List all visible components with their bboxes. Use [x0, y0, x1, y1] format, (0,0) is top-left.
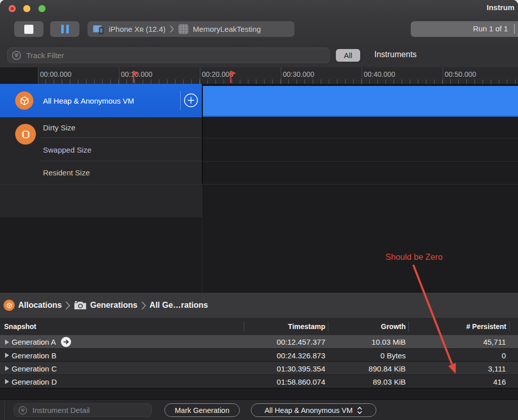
filter-all-button[interactable]: All: [336, 49, 360, 62]
disclosure-triangle-icon[interactable]: [5, 366, 9, 371]
growth-value: 89.03 KiB: [328, 378, 409, 386]
subtrack-label: Dirty Size: [43, 123, 75, 132]
subtrack-dirty-size[interactable]: Dirty Size: [0, 117, 202, 138]
disclosure-triangle-icon[interactable]: [5, 340, 9, 345]
filter-icon: [12, 51, 21, 60]
ruler-label: 00:00.000: [40, 70, 71, 78]
subtrack-label: Swapped Size: [43, 146, 92, 154]
run-selector[interactable]: Run 1 of 1: [411, 21, 518, 37]
subtrack-swapped-size[interactable]: Swapped Size: [0, 138, 202, 161]
camera-icon: [74, 301, 87, 310]
instrument-detail-filter-field[interactable]: [14, 403, 152, 417]
track-header-all-heap[interactable]: All Heap & Anonymous VM: [0, 84, 202, 117]
pause-icon: [61, 25, 64, 33]
app-icon: [178, 24, 189, 34]
growth-value: 890.84 KiB: [328, 364, 409, 373]
detail-spacer: [0, 388, 518, 399]
window-title: Instrum: [487, 3, 514, 12]
generation-flag-icon[interactable]: [230, 70, 237, 83]
close-window-icon[interactable]: [9, 5, 16, 12]
stop-icon: [24, 25, 33, 34]
column-header-snapshot[interactable]: Snapshot: [0, 318, 244, 335]
snapshot-name: Generation B: [12, 351, 56, 360]
breadcrumb: Allocations Generations All Ge…rations: [0, 292, 518, 318]
run-separator: [514, 24, 515, 34]
persistent-value: 416: [409, 378, 509, 386]
annotation-text: Should be Zero: [385, 252, 443, 262]
column-header-timestamp[interactable]: Timestamp: [244, 318, 328, 335]
allocations-icon: [4, 300, 15, 311]
snapshot-name: Generation D: [12, 378, 57, 386]
chevron-right-icon: [169, 25, 174, 33]
heap-scope-dropdown[interactable]: All Heap & Anonymous VM: [251, 403, 376, 417]
instrument-detail-input[interactable]: [31, 405, 147, 415]
filter-instruments-button[interactable]: Instruments: [374, 50, 417, 59]
table-row-generation-a[interactable]: Generation A 00:12.457.377 10.03 MiB 45,…: [0, 335, 518, 349]
add-track-button[interactable]: [184, 93, 198, 108]
track-graph-all-heap: [202, 86, 518, 117]
column-header-persistent[interactable]: # Persistent: [409, 318, 509, 335]
snapshot-name: Generation C: [12, 364, 57, 373]
disclosure-triangle-icon[interactable]: [5, 379, 9, 384]
generations-table: Generation A 00:12.457.377 10.03 MiB 45,…: [0, 335, 518, 388]
column-header-growth[interactable]: Growth: [328, 318, 409, 335]
pause-button[interactable]: [50, 21, 79, 37]
mark-generation-button[interactable]: Mark Generation: [164, 403, 240, 417]
ruler-label: 00:30.000: [283, 70, 314, 78]
breadcrumb-allocations[interactable]: Allocations: [18, 301, 62, 310]
minimize-window-icon[interactable]: [23, 5, 30, 12]
chevron-right-icon: [141, 301, 146, 310]
target-name: MemoryLeakTesting: [193, 25, 261, 33]
track-filter-field[interactable]: [7, 48, 330, 63]
disclosure-triangle-icon[interactable]: [5, 353, 9, 358]
device-icon: [93, 24, 105, 34]
persistent-value: 3,111: [409, 364, 509, 373]
toolbar: iPhone Xʀ (12.4) MemoryLeakTesting Run 1…: [0, 15, 518, 44]
timestamp-value: 01:30.395.354: [244, 364, 328, 373]
generation-flag-icon[interactable]: [133, 70, 140, 83]
track-filter-bar: All Instruments: [0, 44, 518, 67]
stepper-chevrons-icon: [357, 406, 363, 414]
device-name: iPhone Xʀ (12.4): [109, 25, 165, 33]
table-row-generation-d[interactable]: Generation D 01:58.860.074 89.03 KiB 416: [0, 375, 518, 388]
panel-divider: [202, 184, 202, 292]
track-label: All Heap & Anonymous VM: [43, 97, 134, 105]
track-filter-input[interactable]: [25, 51, 325, 60]
filter-icon: [18, 406, 27, 415]
zoom-window-icon[interactable]: [38, 5, 46, 12]
breadcrumb-generations[interactable]: Generations: [90, 301, 137, 310]
title-bar: Instrum: [0, 0, 518, 15]
focus-arrow-icon[interactable]: [61, 337, 71, 347]
detail-toolbar: Mark Generation All Heap & Anonymous VM: [0, 399, 518, 420]
timeline-ruler[interactable]: 00:00.000 00:10.000 00:20.000 00:30.000 …: [0, 67, 518, 84]
table-header: Snapshot Timestamp Growth # Persistent: [0, 318, 518, 335]
allocations-icon: [15, 91, 33, 110]
track-panel: All Heap & Anonymous VM Dirty Size Swapp…: [0, 84, 518, 292]
ruler-ticks: [38, 79, 518, 84]
instruments-window: Instrum iPhone Xʀ (12.4) Me: [0, 0, 518, 420]
persistent-value: 45,711: [409, 338, 509, 346]
memory-subtracks: Dirty Size Swapped Size Resident Size: [0, 117, 202, 217]
growth-value: 10.03 MiB: [328, 338, 409, 346]
growth-value: 0 Bytes: [328, 351, 409, 360]
persistent-value: 0: [409, 351, 509, 360]
subtrack-label: Resident Size: [43, 168, 90, 177]
track-lane-all-heap[interactable]: [202, 84, 518, 117]
ruler-label: 00:40.000: [364, 70, 395, 78]
timestamp-value: 00:24.326.873: [244, 351, 328, 360]
subtrack-resident-size[interactable]: Resident Size: [0, 161, 202, 184]
panel-divider: [202, 84, 203, 184]
ruler-label: 00:20.000: [202, 70, 233, 78]
ruler-corner: [0, 67, 38, 84]
target-selector[interactable]: iPhone Xʀ (12.4) MemoryLeakTesting: [88, 21, 294, 37]
table-row-generation-b[interactable]: Generation B 00:24.326.873 0 Bytes 0: [0, 349, 518, 362]
run-label: Run 1 of 1: [473, 24, 508, 33]
breadcrumb-all-generations[interactable]: All Ge…rations: [150, 301, 208, 310]
stop-button[interactable]: [14, 21, 44, 37]
timestamp-value: 01:58.860.074: [244, 378, 328, 386]
ruler-label: 00:50.000: [445, 70, 476, 78]
table-row-generation-c[interactable]: Generation C 01:30.395.354 890.84 KiB 3,…: [0, 362, 518, 375]
timestamp-value: 00:12.457.377: [244, 338, 328, 346]
snapshot-name: Generation A: [12, 338, 56, 346]
chevron-right-icon: [65, 301, 70, 310]
